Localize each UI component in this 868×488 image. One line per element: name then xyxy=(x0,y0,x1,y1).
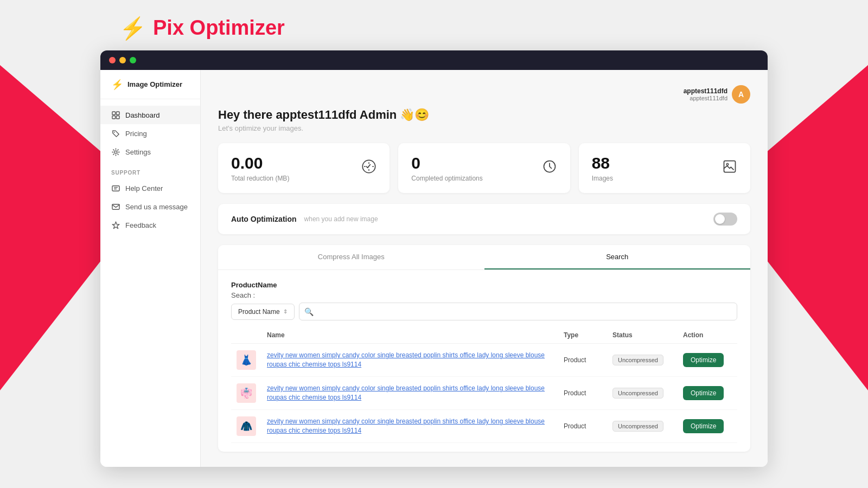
settings-icon xyxy=(111,147,120,156)
sidebar-item-dashboard[interactable]: Dashboard xyxy=(100,106,200,124)
sidebar-item-feedback[interactable]: Feedback xyxy=(100,216,200,234)
app-window: ⚡ Image Optimizer Dashboard xyxy=(100,50,768,467)
welcome-greeting: Hey there apptest111dfd Admin 👋😊 xyxy=(218,108,750,122)
brand-header: ⚡ Pix Optimizer xyxy=(0,0,868,50)
stat-icon-completed xyxy=(542,159,557,177)
dashboard-icon xyxy=(111,111,120,119)
sidebar-logo-icon: ⚡ xyxy=(111,79,123,91)
feedback-label: Feedback xyxy=(125,221,156,229)
stat-value-completed: 0 xyxy=(411,154,482,172)
optimize-button[interactable]: Optimize xyxy=(683,419,724,433)
search-field-label: ProductName xyxy=(231,281,277,289)
minimize-dot[interactable] xyxy=(119,57,126,63)
send-message-icon xyxy=(111,202,120,211)
product-link[interactable]: zevity new women simply candy color sing… xyxy=(267,418,545,434)
maximize-dot[interactable] xyxy=(130,57,136,63)
col-header-name: Name xyxy=(261,327,558,344)
tab-search[interactable]: Search xyxy=(484,245,751,269)
sidebar-item-help-center[interactable]: Help Center xyxy=(100,179,200,197)
product-link[interactable]: zevity new women simply candy color sing… xyxy=(267,384,545,401)
user-info: apptest111dfd apptest111dfd xyxy=(684,87,727,101)
search-input[interactable] xyxy=(299,303,737,320)
welcome-section: Hey there apptest111dfd Admin 👋😊 Let's o… xyxy=(218,108,750,132)
table-header: Name Type Status Action xyxy=(231,327,737,344)
sidebar-item-send-message[interactable]: Send us a message xyxy=(100,197,200,216)
col-header-action: Action xyxy=(678,327,737,344)
svg-rect-6 xyxy=(112,185,119,190)
svg-point-4 xyxy=(113,131,114,132)
window-chrome xyxy=(100,50,768,70)
svg-rect-2 xyxy=(112,115,115,119)
search-colon-row: Seach : xyxy=(231,291,737,299)
table-row: 👗 zevity new women simply candy color si… xyxy=(231,344,737,377)
search-input-wrapper: 🔍 xyxy=(299,303,737,320)
help-center-label: Help Center xyxy=(125,184,163,192)
product-type-cell: Product xyxy=(558,344,607,377)
search-label-row: ProductName xyxy=(231,281,737,289)
table-body: 👗 zevity new women simply candy color si… xyxy=(231,344,737,443)
brand-logo-icon: ⚡ xyxy=(119,17,146,39)
status-badge: Uncompressed xyxy=(612,355,663,365)
user-email: apptest111dfd xyxy=(684,95,727,101)
sidebar-header: ⚡ Image Optimizer xyxy=(100,70,200,99)
product-thumbnail-cell: 👗 xyxy=(231,344,261,377)
stat-label-reduction: Total reduction (MB) xyxy=(231,175,289,182)
search-colon-label: Seach : xyxy=(231,291,255,299)
svg-rect-0 xyxy=(112,111,115,114)
search-section: ProductName Seach : Product Name ⇕ 🔍 xyxy=(218,270,750,327)
support-section-label: SUPPORT xyxy=(100,161,200,179)
table-row: 🧥 zevity new women simply candy color si… xyxy=(231,410,737,443)
svg-point-5 xyxy=(114,151,117,153)
stat-value-images: 88 xyxy=(592,154,613,172)
search-select-dropdown[interactable]: Product Name ⇕ xyxy=(231,304,295,320)
top-bar: apptest111dfd apptest111dfd A xyxy=(218,85,750,104)
chevron-down-icon: ⇕ xyxy=(283,309,288,314)
auto-opt-left: Auto Optimization when you add new image xyxy=(231,215,378,223)
auto-optimization-bar: Auto Optimization when you add new image xyxy=(218,204,750,234)
feedback-icon xyxy=(111,221,120,229)
col-header-type: Type xyxy=(558,327,607,344)
tabs-container: Compress All Images Search ProductName S… xyxy=(218,245,750,452)
optimize-button[interactable]: Optimize xyxy=(683,386,724,400)
product-type-cell: Product xyxy=(558,377,607,410)
pricing-label: Pricing xyxy=(125,130,147,138)
product-name-cell: zevity new women simply candy color sing… xyxy=(261,410,558,443)
product-name-cell: zevity new women simply candy color sing… xyxy=(261,377,558,410)
settings-label: Settings xyxy=(125,148,151,156)
optimize-button[interactable]: Optimize xyxy=(683,353,724,367)
close-dot[interactable] xyxy=(109,57,116,63)
table-row: 👘 zevity new women simply candy color si… xyxy=(231,377,737,410)
stat-icon-reduction xyxy=(361,159,376,177)
auto-opt-title: Auto Optimization xyxy=(231,215,297,223)
sidebar-item-pricing[interactable]: Pricing xyxy=(100,124,200,143)
product-action-cell: Optimize xyxy=(678,344,737,377)
product-link[interactable]: zevity new women simply candy color sing… xyxy=(267,351,545,368)
product-action-cell: Optimize xyxy=(678,410,737,443)
product-image: 👘 xyxy=(237,383,256,403)
tab-compress-all[interactable]: Compress All Images xyxy=(218,245,484,269)
status-badge: Uncompressed xyxy=(612,421,663,432)
status-badge: Uncompressed xyxy=(612,388,663,399)
stat-value-reduction: 0.00 xyxy=(231,154,289,172)
product-action-cell: Optimize xyxy=(678,377,737,410)
search-row: Product Name ⇕ 🔍 xyxy=(231,303,737,320)
search-icon: 🔍 xyxy=(304,307,314,316)
user-badge: apptest111dfd apptest111dfd A xyxy=(684,85,750,104)
col-header-thumb xyxy=(231,327,261,344)
user-avatar[interactable]: A xyxy=(732,85,750,104)
sidebar-item-settings[interactable]: Settings xyxy=(100,143,200,161)
auto-opt-toggle[interactable] xyxy=(713,213,737,226)
col-header-status: Status xyxy=(607,327,678,344)
product-status-cell: Uncompressed xyxy=(607,410,678,443)
stat-card-completed: 0 Completed optimizations xyxy=(398,143,570,193)
stats-row: 0.00 Total reduction (MB) 0 Com xyxy=(218,143,750,193)
stat-icon-images xyxy=(722,159,737,177)
product-image: 👗 xyxy=(237,350,256,370)
table-wrapper: Name Type Status Action 👗 zevity new wom… xyxy=(218,327,750,452)
app-layout: ⚡ Image Optimizer Dashboard xyxy=(100,70,768,467)
sidebar-app-title: Image Optimizer xyxy=(127,80,182,88)
send-message-label: Send us a message xyxy=(125,203,188,211)
main-content: apptest111dfd apptest111dfd A Hey there … xyxy=(201,70,768,467)
brand-title: Pix Optimizer xyxy=(153,16,285,40)
stat-card-images: 88 Images xyxy=(579,143,750,193)
